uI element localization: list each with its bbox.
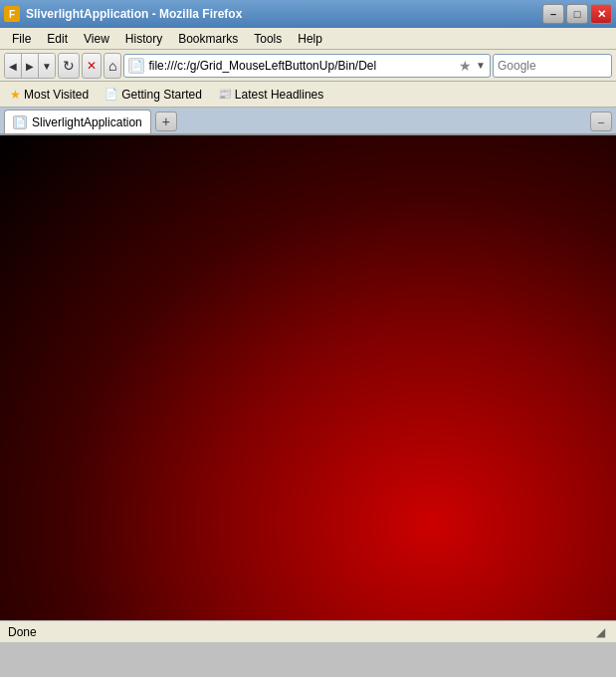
menu-bookmarks[interactable]: Bookmarks [170,30,246,48]
app-icon: F [4,6,20,22]
close-button[interactable]: ✕ [590,4,612,24]
resize-handle[interactable]: ◢ [592,624,608,640]
address-dropdown-icon[interactable]: ▼ [476,60,486,71]
menu-help[interactable]: Help [290,30,330,48]
search-input[interactable] [494,59,612,73]
tabs-bar: 📄 SliverlightApplication + – [0,108,616,135]
history-dropdown-button[interactable]: ▼ [39,54,55,79]
stop-button[interactable]: ✕ [82,53,102,79]
menu-file[interactable]: File [4,30,39,48]
back-button[interactable]: ◀ [5,54,22,79]
bookmark-latest-headlines[interactable]: 📰 Latest Headlines [212,86,329,104]
home-icon: ⌂ [108,58,116,74]
forward-button[interactable]: ▶ [22,54,39,79]
address-bar[interactable]: 📄 file:///c:/g/Grid_MouseLeftButtonUp/Bi… [123,54,491,78]
bookmark-most-visited-label: Most Visited [24,88,89,102]
menu-tools[interactable]: Tools [246,30,290,48]
window-title: SliverlightApplication - Mozilla Firefox [26,7,542,21]
back-icon: ◀ [9,61,17,72]
page-icon: 📄 [104,88,118,101]
bookmark-getting-started-label: Getting Started [121,88,202,102]
bookmark-star-icon[interactable]: ★ [459,58,472,74]
status-text: Done [8,625,592,639]
home-button[interactable]: ⌂ [103,53,121,79]
search-bar[interactable]: 🔍 [493,54,612,78]
menubar: File Edit View History Bookmarks Tools H… [0,28,616,50]
bookmarks-bar: ★ Most Visited 📄 Getting Started 📰 Lates… [0,82,616,108]
statusbar: Done ◢ [0,620,616,642]
forward-icon: ▶ [26,61,34,72]
bookmark-latest-headlines-label: Latest Headlines [235,88,323,102]
menu-view[interactable]: View [76,30,117,48]
page-icon: 📄 [128,58,144,74]
tab-label: SliverlightApplication [32,115,142,129]
bookmark-getting-started[interactable]: 📄 Getting Started [99,86,208,104]
tabs-scroll-button[interactable]: – [590,112,612,131]
window-controls: – □ ✕ [542,4,612,24]
tab-silverlight[interactable]: 📄 SliverlightApplication [4,110,151,133]
back-forward-group: ◀ ▶ ▼ [4,53,56,79]
address-text: file:///c:/g/Grid_MouseLeftButtonUp/Bin/… [148,59,457,73]
new-tab-button[interactable]: + [155,112,177,131]
maximize-button[interactable]: □ [566,4,588,24]
news-icon: 📰 [218,88,232,101]
navbar: ◀ ▶ ▼ ↻ ✕ ⌂ 📄 file:///c:/g/Grid_MouseLef… [0,50,616,82]
history-dropdown-icon: ▼ [42,61,52,72]
stop-icon: ✕ [87,59,97,73]
tab-favicon: 📄 [13,115,27,129]
refresh-button[interactable]: ↻ [58,53,80,79]
titlebar: F SliverlightApplication - Mozilla Firef… [0,0,616,28]
menu-history[interactable]: History [117,30,170,48]
bookmark-most-visited[interactable]: ★ Most Visited [4,86,95,104]
content-area [0,135,616,620]
minimize-button[interactable]: – [542,4,564,24]
star-icon: ★ [10,88,21,102]
refresh-icon: ↻ [63,58,75,74]
menu-edit[interactable]: Edit [39,30,76,48]
